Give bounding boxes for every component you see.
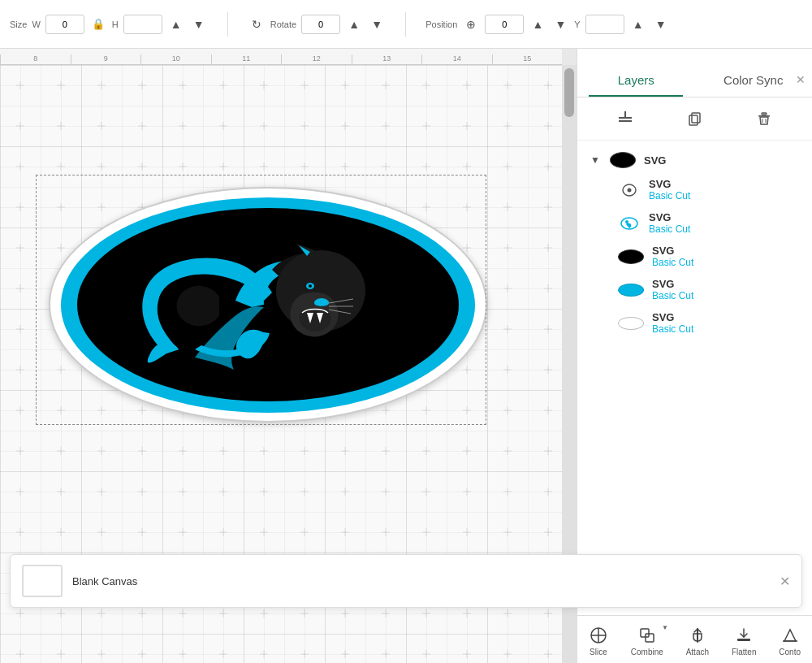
height-down-icon[interactable]: ▼	[190, 15, 208, 33]
layer-icon-1	[618, 183, 641, 197]
ruler-mark: 12	[281, 54, 352, 64]
add-layer-icon	[617, 110, 633, 127]
layer-info-3: SVG Basic Cut	[652, 245, 693, 268]
ruler-mark: 14	[421, 54, 492, 64]
attach-tool[interactable]: Attach	[680, 622, 715, 660]
height-up-icon[interactable]: ▲	[167, 15, 185, 33]
attach-label: Attach	[686, 648, 709, 656]
combine-label: Combine	[631, 648, 663, 656]
panel-bottom: Slice Combine ▼ Attach	[577, 615, 812, 663]
x-up-icon[interactable]: ▲	[529, 15, 546, 33]
duplicate-icon	[686, 110, 702, 127]
blank-canvas-thumbnail	[22, 565, 63, 597]
combine-icon	[637, 626, 657, 645]
layer-item-1[interactable]: SVG Basic Cut	[577, 173, 812, 206]
layer-info-1: SVG Basic Cut	[649, 178, 690, 202]
main-area: 8 9 10 11 12 13 14 15	[0, 49, 812, 663]
rotate-up-icon[interactable]: ▲	[345, 15, 363, 33]
add-layer-button[interactable]	[612, 106, 638, 132]
ruler-mark: 8	[0, 54, 71, 64]
position-group: Position ⊕ ▲ ▼ Y ▲ ▼	[425, 15, 669, 34]
tab-color-sync-label: Color Sync	[723, 73, 783, 87]
ruler-mark: 10	[140, 54, 211, 64]
svg-rect-24	[641, 629, 649, 637]
layer-item-2[interactable]: SVG Basic Cut	[577, 206, 812, 240]
layer-info-5: SVG Basic Cut	[652, 311, 693, 335]
svg-rect-11	[624, 111, 626, 118]
y-label: Y	[574, 20, 580, 29]
layer-item-4[interactable]: SVG Basic Cut	[577, 273, 812, 306]
scrollbar-thumb[interactable]	[564, 68, 574, 117]
tab-layers-label: Layers	[618, 73, 654, 87]
ruler-top: 8 9 10 11 12 13 14 15	[0, 49, 562, 65]
height-input[interactable]	[123, 15, 162, 34]
layer-name-root: SVG	[644, 154, 666, 167]
tab-layers[interactable]: Layers	[577, 67, 695, 97]
ruler-mark: 15	[492, 54, 563, 64]
blank-canvas-popup: Blank Canvas ✕	[10, 554, 802, 608]
logo-oval-black	[77, 208, 459, 401]
rotate-group: ↻ Rotate ▲ ▼	[248, 15, 386, 34]
layer-item-5[interactable]: SVG Basic Cut	[577, 306, 812, 340]
layer-info-root: SVG	[644, 154, 666, 167]
slice-tool[interactable]: Slice	[582, 622, 615, 660]
layer-symbol-icon-1	[620, 183, 639, 197]
conto-tool[interactable]: Conto	[772, 622, 807, 660]
layer-dot-blue	[618, 284, 644, 297]
w-label: W	[32, 20, 40, 29]
x-down-icon[interactable]: ▼	[551, 15, 569, 33]
close-icon[interactable]: ✕	[796, 73, 806, 86]
lock-icon[interactable]: 🔒	[89, 15, 107, 33]
layer-name-2: SVG	[649, 211, 690, 223]
svg-rect-13	[692, 113, 700, 123]
panel-tabs: Layers Color Sync ✕	[577, 49, 812, 98]
svg-rect-25	[646, 634, 654, 642]
layer-icon-2	[618, 216, 641, 231]
layer-item-root[interactable]: ▼ SVG	[577, 147, 812, 173]
svg-point-18	[628, 188, 632, 192]
y-down-icon[interactable]: ▼	[652, 15, 670, 33]
width-input[interactable]	[45, 15, 84, 34]
conto-label: Conto	[779, 648, 801, 656]
size-label: Size	[10, 20, 27, 29]
logo-container[interactable]	[41, 179, 495, 431]
y-up-icon[interactable]: ▲	[629, 15, 647, 33]
position-icon: ⊕	[462, 15, 480, 33]
layer-info-4: SVG Basic Cut	[652, 278, 693, 301]
position-label: Position	[425, 20, 457, 29]
blank-canvas-label: Blank Canvas	[72, 575, 137, 587]
x-input[interactable]	[485, 15, 524, 34]
svg-rect-9	[619, 120, 632, 122]
tab-color-sync[interactable]: Color Sync ✕	[695, 67, 813, 97]
rotate-input[interactable]	[301, 15, 340, 34]
layer-name-3: SVG	[652, 245, 693, 257]
y-input[interactable]	[585, 15, 624, 34]
h-label: H	[112, 20, 119, 29]
flatten-tool[interactable]: Flatten	[725, 622, 763, 660]
rotate-icon: ↻	[248, 15, 266, 33]
logo-oval-blue	[61, 197, 475, 413]
ruler-mark: 13	[352, 54, 422, 64]
delete-icon	[756, 110, 772, 127]
layer-name-4: SVG	[652, 278, 693, 290]
delete-button[interactable]	[751, 106, 777, 132]
layer-dot-black	[618, 249, 644, 264]
layer-info-2: SVG Basic Cut	[649, 211, 690, 235]
layer-name-1: SVG	[649, 178, 690, 190]
layer-type-5: Basic Cut	[652, 323, 693, 335]
ruler-mark: 11	[211, 54, 282, 64]
panther-svg	[114, 219, 422, 390]
attach-icon	[688, 626, 707, 645]
size-group: Size W 🔒 H ▲ ▼	[10, 15, 208, 34]
flatten-icon	[734, 626, 754, 645]
layer-item-3[interactable]: SVG Basic Cut	[577, 240, 812, 273]
combine-tool[interactable]: Combine ▼	[624, 622, 670, 660]
rotate-down-icon[interactable]: ▼	[368, 15, 386, 33]
duplicate-button[interactable]	[681, 106, 707, 132]
ruler-mark: 9	[71, 54, 141, 64]
dropdown-arrow-icon: ▼	[662, 624, 668, 631]
layer-type-3: Basic Cut	[652, 257, 693, 268]
svg-point-5	[309, 284, 312, 288]
blank-canvas-close-icon[interactable]: ✕	[780, 574, 790, 589]
layer-name-5: SVG	[652, 311, 693, 323]
